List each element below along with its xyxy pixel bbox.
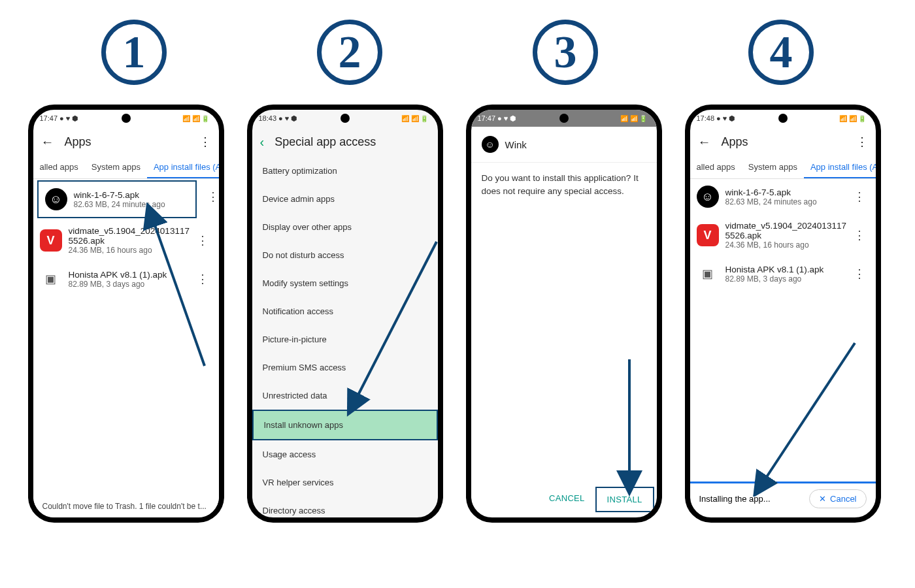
phone-3: 17:47 ● ♥ ⬢ 📶 📶 🔋 ☺ Wink Do you want to … (466, 105, 662, 523)
install-header: ☺ Wink (471, 127, 657, 163)
row-menu-icon[interactable]: ⋮ (850, 228, 869, 242)
apk-row-vidmate[interactable]: V vidmate_v5.1904_2024013117 5526.apk 24… (33, 220, 219, 261)
tab-apks[interactable]: App install files (APKs) (147, 157, 224, 178)
install-button[interactable]: INSTALL (595, 487, 654, 512)
back-icon[interactable]: ← (41, 135, 54, 150)
row-menu-icon[interactable]: ⋮ (850, 189, 869, 204)
settings-item[interactable]: Picture-in-picture (252, 325, 438, 353)
phone-4: 17:48 ● ♥ ⬢ 📶 📶 🔋 ← Apps ⋮ alled apps Sy… (685, 105, 881, 523)
apk-row-wink[interactable]: ☺ wink-1-6-7-5.apk 82.63 MB, 24 minutes … (690, 179, 876, 214)
settings-item[interactable]: Device admin apps (252, 185, 438, 213)
error-toast: Couldn't move file to Trash. 1 file coul… (33, 495, 219, 517)
installing-text: Installing the app... (699, 494, 771, 504)
wink-icon: ☺ (482, 136, 499, 153)
apk-row-vidmate[interactable]: V vidmate_v5.1904_2024013117 5526.apk 24… (690, 214, 876, 256)
cancel-button[interactable]: CANCEL (539, 487, 595, 512)
step-3: 3 (533, 20, 598, 85)
apk-row-honista[interactable]: ▣ Honista APK v8.1 (1).apk 82.89 MB, 3 d… (690, 256, 876, 291)
menu-icon[interactable]: ⋮ (199, 135, 211, 149)
wink-icon: ☺ (697, 186, 719, 208)
back-chevron-icon[interactable]: ‹ (260, 135, 265, 150)
tabs: alled apps System apps App install files… (690, 157, 876, 179)
page-title: Special app access (274, 135, 429, 149)
menu-icon[interactable]: ⋮ (856, 135, 868, 149)
settings-item[interactable]: Directory access (252, 497, 438, 523)
tabs: alled apps System apps App install files… (33, 157, 219, 179)
settings-item[interactable]: VR helper services (252, 468, 438, 497)
page-title: Apps (65, 135, 199, 149)
settings-item[interactable]: Modify system settings (252, 269, 438, 297)
settings-item[interactable]: Usage access (252, 440, 438, 468)
phone-1: 17:47 ● ♥ ⬢ 📶 📶 🔋 ← Apps ⋮ alled apps Sy… (28, 105, 224, 523)
apk-row-wink[interactable]: ☺ wink-1-6-7-5.apk 82.63 MB, 24 minutes … (37, 180, 197, 218)
tab-system[interactable]: System apps (742, 157, 804, 178)
status-bar: 17:47 ● ♥ ⬢ 📶 📶 🔋 (33, 110, 219, 127)
settings-item[interactable]: Display over other apps (252, 213, 438, 241)
row-menu-icon[interactable]: ⋮ (203, 189, 223, 204)
status-bar: 17:48 ● ♥ ⬢ 📶 📶 🔋 (690, 110, 876, 127)
settings-item[interactable]: Do not disturb access (252, 241, 438, 269)
close-icon: ✕ (819, 494, 826, 504)
back-icon[interactable]: ← (698, 135, 711, 150)
tab-system[interactable]: System apps (85, 157, 147, 178)
row-menu-icon[interactable]: ⋮ (850, 267, 869, 281)
vidmate-icon: V (697, 224, 719, 246)
settings-item[interactable]: Notification access (252, 297, 438, 325)
step-2: 2 (317, 20, 382, 85)
wink-icon: ☺ (45, 188, 67, 210)
phone-2: 18:43 ● ♥ ⬢ 📶 📶 🔋 ‹ Special app access B… (247, 105, 443, 523)
row-menu-icon[interactable]: ⋮ (193, 272, 212, 286)
settings-item[interactable]: Premium SMS access (252, 353, 438, 382)
step-1: 1 (101, 20, 167, 85)
tab-apks[interactable]: App install files (APKs) (804, 157, 881, 178)
cancel-button[interactable]: ✕ Cancel (809, 489, 866, 508)
tab-installed[interactable]: alled apps (690, 157, 742, 178)
android-icon: ▣ (40, 268, 62, 290)
step-4: 4 (748, 20, 814, 85)
step-numbers-row: 1 2 3 4 (0, 0, 915, 91)
settings-item[interactable]: Unrestricted data (252, 382, 438, 410)
vidmate-icon: V (40, 229, 62, 252)
android-icon: ▣ (697, 263, 719, 285)
status-bar: 17:47 ● ♥ ⬢ 📶 📶 🔋 (471, 110, 657, 127)
settings-item[interactable]: Battery optimization (252, 157, 438, 185)
settings-item[interactable]: Install unknown apps (252, 410, 438, 440)
row-menu-icon[interactable]: ⋮ (193, 233, 212, 248)
tab-installed[interactable]: alled apps (33, 157, 85, 178)
status-bar: 18:43 ● ♥ ⬢ 📶 📶 🔋 (252, 110, 438, 127)
page-title: Apps (722, 135, 856, 149)
apk-row-honista[interactable]: ▣ Honista APK v8.1 (1).apk 82.89 MB, 3 d… (33, 261, 219, 297)
install-body-text: Do you want to install this application?… (471, 163, 657, 208)
